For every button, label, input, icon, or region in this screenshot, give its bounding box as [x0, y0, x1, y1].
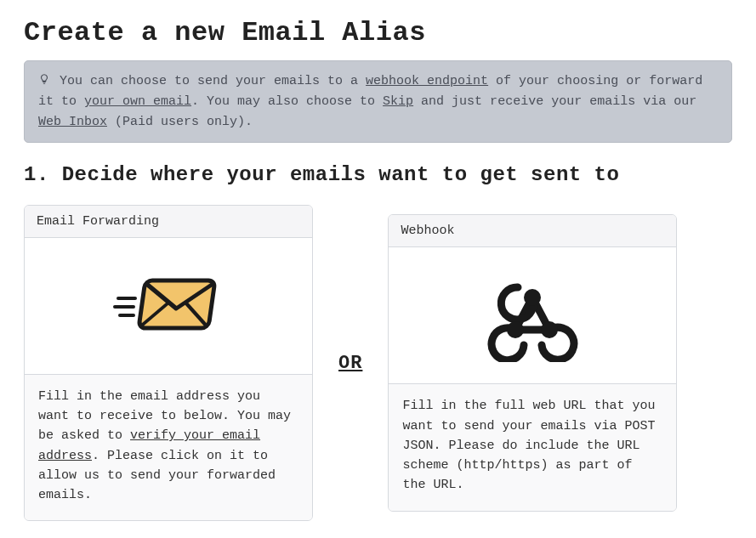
tip-text-5: (Paid users only).	[107, 115, 253, 129]
card-body: Fill in the full web URL that you want t…	[389, 383, 676, 510]
step-1-heading: 1. Decide where your emails want to get …	[24, 163, 732, 186]
card-header: Webhook	[389, 215, 676, 247]
option-cards-row: Email Forwarding Fill in the email addre…	[24, 205, 732, 522]
tip-text-3: . You may also choose to	[191, 94, 383, 109]
tip-link-skip[interactable]: Skip	[383, 94, 413, 109]
tip-text-4: and just receive your emails via our	[413, 94, 696, 109]
card-email-forwarding[interactable]: Email Forwarding Fill in the email addre…	[24, 205, 313, 522]
tip-text-1: You can choose to send your emails to a	[60, 74, 366, 88]
card-body: Fill in the email address you want to re…	[25, 374, 312, 521]
svg-point-6	[541, 321, 558, 338]
svg-point-4	[524, 289, 541, 306]
svg-point-5	[507, 321, 524, 338]
card-webhook[interactable]: Webhook Fill in the full web URL that yo…	[388, 214, 677, 511]
card-header: Email Forwarding	[25, 206, 312, 238]
tip-link-webhook[interactable]: webhook endpoint	[366, 74, 488, 88]
email-forward-icon	[25, 238, 312, 374]
lightbulb-icon	[38, 72, 50, 92]
webhook-icon	[389, 247, 676, 383]
tip-link-web-inbox[interactable]: Web Inbox	[38, 115, 107, 129]
tip-link-own-email[interactable]: your own email	[84, 94, 191, 109]
or-separator: OR	[338, 353, 362, 374]
page-title: Create a new Email Alias	[24, 17, 732, 48]
info-tip: You can choose to send your emails to a …	[24, 60, 732, 143]
